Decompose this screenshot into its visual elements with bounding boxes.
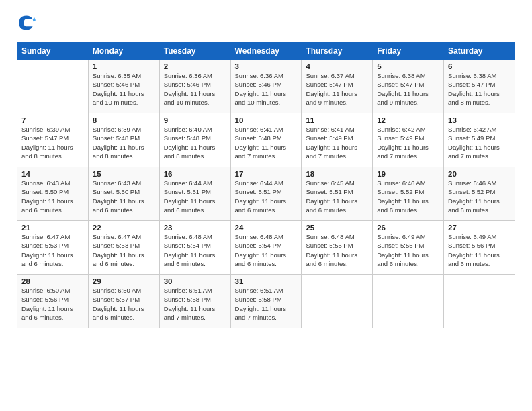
day-info: Sunrise: 6:38 AM Sunset: 5:47 PM Dayligh… xyxy=(377,71,439,107)
calendar-cell: 6Sunrise: 6:38 AM Sunset: 5:47 PM Daylig… xyxy=(444,60,515,113)
day-info: Sunrise: 6:47 AM Sunset: 5:53 PM Dayligh… xyxy=(93,232,155,268)
day-info: Sunrise: 6:48 AM Sunset: 5:54 PM Dayligh… xyxy=(164,232,226,268)
day-info: Sunrise: 6:36 AM Sunset: 5:46 PM Dayligh… xyxy=(235,71,298,107)
day-number: 18 xyxy=(306,170,368,178)
day-number: 1 xyxy=(93,62,155,71)
header-cell-wednesday: Wednesday xyxy=(230,43,302,60)
day-number: 4 xyxy=(306,62,368,71)
week-row-5: 28Sunrise: 6:50 AM Sunset: 5:56 PM Dayli… xyxy=(17,275,515,328)
day-number: 17 xyxy=(235,170,298,178)
day-number: 22 xyxy=(93,224,155,232)
week-row-2: 7Sunrise: 6:39 AM Sunset: 5:47 PM Daylig… xyxy=(17,113,515,167)
day-number: 7 xyxy=(21,116,84,124)
calendar-cell: 12Sunrise: 6:42 AM Sunset: 5:49 PM Dayli… xyxy=(373,113,444,167)
week-row-3: 14Sunrise: 6:43 AM Sunset: 5:50 PM Dayli… xyxy=(17,167,515,221)
calendar-cell xyxy=(17,60,89,113)
calendar-cell: 22Sunrise: 6:47 AM Sunset: 5:53 PM Dayli… xyxy=(88,221,159,275)
day-info: Sunrise: 6:48 AM Sunset: 5:54 PM Dayligh… xyxy=(235,232,298,268)
logo-icon xyxy=(17,13,36,32)
calendar-cell: 13Sunrise: 6:42 AM Sunset: 5:49 PM Dayli… xyxy=(444,113,515,167)
calendar-cell: 18Sunrise: 6:45 AM Sunset: 5:51 PM Dayli… xyxy=(302,167,373,221)
day-info: Sunrise: 6:44 AM Sunset: 5:51 PM Dayligh… xyxy=(164,179,226,214)
header-cell-sunday: Sunday xyxy=(17,43,89,60)
calendar-cell xyxy=(302,275,373,328)
calendar-cell: 5Sunrise: 6:38 AM Sunset: 5:47 PM Daylig… xyxy=(373,60,444,113)
calendar-cell: 1Sunrise: 6:35 AM Sunset: 5:46 PM Daylig… xyxy=(88,60,159,113)
day-number: 25 xyxy=(306,224,368,232)
day-number: 6 xyxy=(448,62,511,71)
calendar-cell: 20Sunrise: 6:46 AM Sunset: 5:52 PM Dayli… xyxy=(444,167,515,221)
calendar-cell: 21Sunrise: 6:47 AM Sunset: 5:53 PM Dayli… xyxy=(17,221,89,275)
day-info: Sunrise: 6:41 AM Sunset: 5:49 PM Dayligh… xyxy=(306,125,368,161)
calendar-cell: 23Sunrise: 6:48 AM Sunset: 5:54 PM Dayli… xyxy=(159,221,230,275)
day-number: 13 xyxy=(448,116,511,124)
header-cell-thursday: Thursday xyxy=(302,43,373,60)
day-number: 16 xyxy=(164,170,226,178)
day-number: 8 xyxy=(93,116,155,124)
day-number: 5 xyxy=(377,62,439,71)
day-number: 19 xyxy=(377,170,439,178)
header-row: SundayMondayTuesdayWednesdayThursdayFrid… xyxy=(17,43,515,60)
day-info: Sunrise: 6:43 AM Sunset: 5:50 PM Dayligh… xyxy=(21,179,84,214)
day-info: Sunrise: 6:46 AM Sunset: 5:52 PM Dayligh… xyxy=(448,179,511,214)
day-number: 14 xyxy=(21,170,84,178)
day-number: 27 xyxy=(448,224,511,232)
day-number: 10 xyxy=(235,116,298,124)
calendar-cell: 29Sunrise: 6:50 AM Sunset: 5:57 PM Dayli… xyxy=(88,275,159,328)
day-number: 20 xyxy=(448,170,511,178)
day-number: 15 xyxy=(93,170,155,178)
header-cell-saturday: Saturday xyxy=(444,43,515,60)
day-info: Sunrise: 6:39 AM Sunset: 5:48 PM Dayligh… xyxy=(93,125,155,161)
calendar-cell xyxy=(444,275,515,328)
calendar-cell: 19Sunrise: 6:46 AM Sunset: 5:52 PM Dayli… xyxy=(373,167,444,221)
day-info: Sunrise: 6:45 AM Sunset: 5:51 PM Dayligh… xyxy=(306,179,368,214)
day-info: Sunrise: 6:42 AM Sunset: 5:49 PM Dayligh… xyxy=(448,125,511,161)
day-number: 9 xyxy=(164,116,226,124)
calendar-cell: 16Sunrise: 6:44 AM Sunset: 5:51 PM Dayli… xyxy=(159,167,230,221)
day-info: Sunrise: 6:43 AM Sunset: 5:50 PM Dayligh… xyxy=(93,179,155,214)
calendar-cell: 14Sunrise: 6:43 AM Sunset: 5:50 PM Dayli… xyxy=(17,167,89,221)
calendar-cell: 24Sunrise: 6:48 AM Sunset: 5:54 PM Dayli… xyxy=(230,221,302,275)
calendar-cell: 26Sunrise: 6:49 AM Sunset: 5:55 PM Dayli… xyxy=(373,221,444,275)
calendar-cell xyxy=(373,275,444,328)
day-info: Sunrise: 6:37 AM Sunset: 5:47 PM Dayligh… xyxy=(306,71,368,107)
day-info: Sunrise: 6:41 AM Sunset: 5:48 PM Dayligh… xyxy=(235,125,298,161)
calendar-cell: 2Sunrise: 6:36 AM Sunset: 5:46 PM Daylig… xyxy=(159,60,230,113)
calendar-cell: 27Sunrise: 6:49 AM Sunset: 5:56 PM Dayli… xyxy=(444,221,515,275)
calendar-cell: 10Sunrise: 6:41 AM Sunset: 5:48 PM Dayli… xyxy=(230,113,302,167)
day-info: Sunrise: 6:38 AM Sunset: 5:47 PM Dayligh… xyxy=(448,71,511,107)
day-number: 29 xyxy=(93,277,155,285)
day-info: Sunrise: 6:49 AM Sunset: 5:56 PM Dayligh… xyxy=(448,232,511,268)
calendar-cell: 3Sunrise: 6:36 AM Sunset: 5:46 PM Daylig… xyxy=(230,60,302,113)
day-info: Sunrise: 6:48 AM Sunset: 5:55 PM Dayligh… xyxy=(306,232,368,268)
day-info: Sunrise: 6:50 AM Sunset: 5:56 PM Dayligh… xyxy=(21,286,84,322)
day-info: Sunrise: 6:39 AM Sunset: 5:47 PM Dayligh… xyxy=(21,125,84,161)
calendar-body: 1Sunrise: 6:35 AM Sunset: 5:46 PM Daylig… xyxy=(17,60,515,328)
day-info: Sunrise: 6:42 AM Sunset: 5:49 PM Dayligh… xyxy=(377,125,439,161)
day-info: Sunrise: 6:51 AM Sunset: 5:58 PM Dayligh… xyxy=(164,286,226,322)
calendar-cell: 17Sunrise: 6:44 AM Sunset: 5:51 PM Dayli… xyxy=(230,167,302,221)
day-info: Sunrise: 6:50 AM Sunset: 5:57 PM Dayligh… xyxy=(93,286,155,322)
day-number: 23 xyxy=(164,224,226,232)
day-number: 31 xyxy=(235,277,298,285)
logo xyxy=(17,13,38,32)
day-number: 21 xyxy=(21,224,84,232)
calendar-cell: 11Sunrise: 6:41 AM Sunset: 5:49 PM Dayli… xyxy=(302,113,373,167)
week-row-4: 21Sunrise: 6:47 AM Sunset: 5:53 PM Dayli… xyxy=(17,221,515,275)
calendar-cell: 28Sunrise: 6:50 AM Sunset: 5:56 PM Dayli… xyxy=(17,275,89,328)
day-info: Sunrise: 6:40 AM Sunset: 5:48 PM Dayligh… xyxy=(164,125,226,161)
header-cell-monday: Monday xyxy=(88,43,159,60)
header-cell-tuesday: Tuesday xyxy=(159,43,230,60)
calendar-cell: 31Sunrise: 6:51 AM Sunset: 5:58 PM Dayli… xyxy=(230,275,302,328)
header xyxy=(17,13,515,32)
day-number: 30 xyxy=(164,277,226,285)
day-info: Sunrise: 6:51 AM Sunset: 5:58 PM Dayligh… xyxy=(235,286,298,322)
header-cell-friday: Friday xyxy=(373,43,444,60)
day-info: Sunrise: 6:47 AM Sunset: 5:53 PM Dayligh… xyxy=(21,232,84,268)
day-number: 3 xyxy=(235,62,298,71)
calendar-cell: 7Sunrise: 6:39 AM Sunset: 5:47 PM Daylig… xyxy=(17,113,89,167)
day-info: Sunrise: 6:44 AM Sunset: 5:51 PM Dayligh… xyxy=(235,179,298,214)
day-number: 28 xyxy=(21,277,84,285)
calendar-cell: 9Sunrise: 6:40 AM Sunset: 5:48 PM Daylig… xyxy=(159,113,230,167)
day-info: Sunrise: 6:46 AM Sunset: 5:52 PM Dayligh… xyxy=(377,179,439,214)
